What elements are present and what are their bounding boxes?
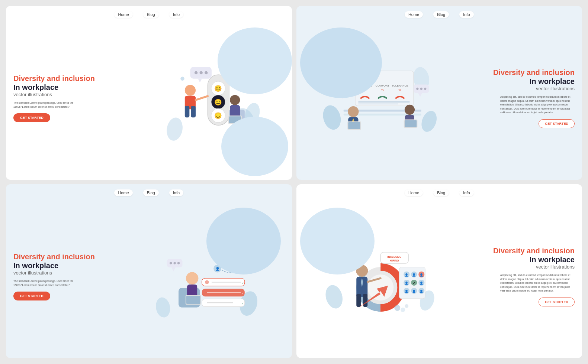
svg-text:✓: ✓ [241, 302, 244, 305]
nav-blog-1[interactable]: Blog [143, 11, 159, 18]
svg-text:✓: ✓ [241, 281, 244, 285]
nav-3: Home Blog Info [6, 184, 292, 198]
title-red-4: Diversity and inclusion [493, 246, 575, 255]
svg-marker-90 [171, 267, 175, 271]
svg-point-130 [405, 304, 408, 308]
nav-home-3[interactable]: Home [114, 189, 132, 196]
nav-home-1[interactable]: Home [114, 11, 132, 18]
illustration-2: GOODWILL % COMFORT % TOLERANCE % [304, 24, 461, 172]
svg-point-59 [420, 88, 422, 90]
svg-point-62 [154, 296, 172, 319]
nav-blog-2[interactable]: Blog [433, 11, 449, 18]
svg-text:✓: ✓ [241, 292, 244, 295]
svg-point-27 [180, 77, 184, 81]
svg-text:✓: ✓ [412, 282, 415, 285]
title-black-1: In workplace [13, 83, 127, 92]
svg-marker-11 [198, 79, 202, 82]
svg-line-19 [196, 96, 208, 100]
desc-2: Adipiscing elit, sed do eiusmod tempor i… [500, 95, 575, 115]
svg-rect-46 [348, 122, 360, 129]
svg-text:👤: 👤 [420, 273, 423, 277]
title-red-3: Diversity and inclusion [13, 252, 127, 261]
svg-point-29 [419, 109, 439, 134]
svg-point-28 [320, 103, 343, 132]
desc-3: The standard Lorem Ipsum passage, used s… [13, 279, 77, 287]
svg-point-92 [173, 262, 176, 264]
svg-text:👤: 👤 [420, 289, 423, 293]
svg-point-42 [348, 106, 359, 117]
svg-point-60 [424, 88, 426, 90]
svg-point-75 [205, 280, 209, 284]
svg-point-129 [401, 308, 405, 312]
title-sub-3: vector illustrations [13, 270, 127, 276]
svg-point-47 [404, 105, 414, 115]
illustration-1: 😊 😐 😞 [127, 24, 285, 172]
nav-home-2[interactable]: Home [405, 11, 423, 18]
title-black-3: In workplace [13, 261, 127, 270]
svg-text:COMFORT: COMFORT [375, 84, 389, 87]
svg-rect-17 [185, 106, 190, 117]
card-text-1: Diversity and inclusion In workplace vec… [13, 24, 127, 172]
card-text-3: Diversity and inclusion In workplace vec… [13, 202, 127, 351]
svg-point-91 [170, 262, 172, 264]
illustration-4: 👤 👤 👤 👤 ✓ 👤 👤 👤 👤 [304, 202, 461, 351]
svg-point-14 [205, 71, 208, 74]
card-1: Home Blog Info Diversity and inclusion I… [6, 6, 292, 180]
svg-text:😐: 😐 [214, 98, 222, 106]
nav-home-4[interactable]: Home [405, 189, 423, 196]
svg-text:👤: 👤 [405, 289, 408, 293]
svg-text:😞: 😞 [214, 112, 222, 120]
svg-point-15 [185, 85, 196, 95]
title-sub-4: vector illustrations [536, 264, 575, 270]
card-4: Home Blog Info [296, 184, 582, 358]
nav-info-1[interactable]: Info [169, 11, 183, 18]
svg-text:INCLUSIVE: INCLUSIVE [387, 256, 401, 258]
svg-text:👤: 👤 [412, 273, 416, 277]
card-body-1: Diversity and inclusion In workplace vec… [6, 20, 292, 180]
title-sub-2: vector illustrations [536, 86, 575, 91]
svg-marker-57 [418, 93, 422, 97]
get-started-btn-3[interactable]: GET STARTED [13, 292, 50, 300]
title-black-2: In workplace [530, 77, 575, 86]
desc-1: The standard Lorem Ipsum passage, used s… [13, 101, 77, 109]
nav-blog-4[interactable]: Blog [433, 189, 449, 196]
svg-rect-88 [186, 296, 200, 304]
svg-text:%: % [398, 88, 401, 92]
svg-point-13 [200, 71, 203, 74]
svg-rect-18 [191, 106, 196, 117]
nav-info-2[interactable]: Info [459, 11, 473, 18]
svg-text:👤: 👤 [405, 273, 408, 277]
svg-rect-50 [404, 120, 416, 127]
nav-4: Home Blog Info [296, 184, 582, 198]
card-text-2: Diversity and inclusion In workplace vec… [461, 24, 575, 172]
card-body-2: GOODWILL % COMFORT % TOLERANCE % [296, 20, 582, 180]
title-red-2: Diversity and inclusion [493, 68, 575, 77]
svg-point-58 [416, 88, 418, 90]
svg-rect-126 [363, 294, 367, 307]
card-body-4: 👤 👤 👤 👤 ✓ 👤 👤 👤 👤 [296, 198, 582, 358]
svg-text:😊: 😊 [214, 85, 222, 92]
svg-point-2 [165, 116, 184, 141]
get-started-btn-4[interactable]: GET STARTED [539, 298, 575, 306]
desc-4: Adipiscing elit, sed do eiusmod tempor i… [500, 273, 575, 293]
svg-point-85 [186, 272, 198, 285]
card-3: Home Blog Info Diversity and inclusion I… [6, 184, 292, 358]
illustration-3: 😊 👤 👤 👤 👤 [127, 202, 285, 351]
svg-point-12 [195, 71, 197, 74]
svg-point-128 [394, 305, 400, 311]
main-grid: Home Blog Info Diversity and inclusion I… [0, 0, 588, 364]
svg-point-21 [230, 95, 240, 105]
svg-text:👤: 👤 [412, 289, 416, 293]
card-2: Home Blog Info GOODWILL % COMFORT % [296, 6, 582, 180]
svg-point-93 [177, 262, 180, 264]
nav-info-3[interactable]: Info [169, 189, 183, 196]
title-black-4: In workplace [530, 255, 575, 264]
title-sub-1: vector illustrations [13, 92, 127, 97]
nav-blog-3[interactable]: Blog [143, 189, 159, 196]
svg-text:👤: 👤 [215, 267, 220, 271]
nav-info-4[interactable]: Info [459, 189, 473, 196]
get-started-btn-2[interactable]: GET STARTED [539, 119, 575, 128]
title-red-1: Diversity and inclusion [13, 74, 127, 83]
get-started-btn-1[interactable]: GET STARTED [13, 113, 50, 122]
nav-2: Home Blog Info [296, 6, 582, 20]
